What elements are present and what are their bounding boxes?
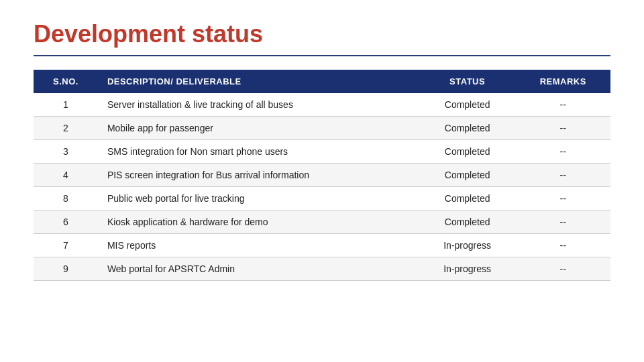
cell-sno: 8	[34, 187, 98, 210]
development-status-table: S.NO. DESCRIPTION/ DELIVERABLE STATUS RE…	[34, 70, 610, 281]
table-row: 7MIS reportsIn-progress--	[34, 234, 610, 257]
table-row: 1Server installation & live tracking of …	[34, 93, 610, 117]
col-header-sno: S.NO.	[34, 70, 98, 93]
table-row: 6Kiosk application & hardware for demoCo…	[34, 210, 610, 234]
table-row: 9Web portal for APSRTC AdminIn-progress-…	[34, 257, 610, 281]
cell-sno: 6	[34, 210, 98, 234]
cell-description: PIS screen integration for Bus arrival i…	[98, 164, 419, 187]
cell-sno: 2	[34, 117, 98, 140]
cell-status: Completed	[419, 210, 516, 234]
cell-sno: 7	[34, 234, 98, 257]
table-row: 8Public web portal for live trackingComp…	[34, 187, 610, 210]
table-header-row: S.NO. DESCRIPTION/ DELIVERABLE STATUS RE…	[34, 70, 610, 93]
cell-description: MIS reports	[98, 234, 419, 257]
table-row: 2Mobile app for passengerCompleted--	[34, 117, 610, 140]
cell-remarks: --	[516, 210, 611, 234]
cell-status: Completed	[419, 93, 516, 117]
title-divider	[34, 55, 610, 56]
page-title: Development status	[34, 20, 610, 48]
cell-status: Completed	[419, 117, 516, 140]
cell-sno: 4	[34, 164, 98, 187]
cell-remarks: --	[516, 164, 611, 187]
cell-description: SMS integration for Non smart phone user…	[98, 140, 419, 164]
cell-description: Kiosk application & hardware for demo	[98, 210, 419, 234]
cell-sno: 1	[34, 93, 98, 117]
cell-status: Completed	[419, 140, 516, 164]
table-row: 4PIS screen integration for Bus arrival …	[34, 164, 610, 187]
cell-status: In-progress	[419, 257, 516, 281]
cell-remarks: --	[516, 234, 611, 257]
cell-status: Completed	[419, 187, 516, 210]
cell-sno: 3	[34, 140, 98, 164]
cell-description: Web portal for APSRTC Admin	[98, 257, 419, 281]
cell-remarks: --	[516, 140, 611, 164]
cell-remarks: --	[516, 257, 611, 281]
page: Development status S.NO. DESCRIPTION/ DE…	[0, 0, 644, 362]
cell-description: Server installation & live tracking of a…	[98, 93, 419, 117]
cell-remarks: --	[516, 187, 611, 210]
cell-remarks: --	[516, 93, 611, 117]
col-header-remarks: REMARKS	[516, 70, 611, 93]
col-header-status: STATUS	[419, 70, 516, 93]
cell-description: Public web portal for live tracking	[98, 187, 419, 210]
cell-remarks: --	[516, 117, 611, 140]
col-header-description: DESCRIPTION/ DELIVERABLE	[98, 70, 419, 93]
cell-status: In-progress	[419, 234, 516, 257]
cell-status: Completed	[419, 164, 516, 187]
cell-description: Mobile app for passenger	[98, 117, 419, 140]
cell-sno: 9	[34, 257, 98, 281]
table-row: 3SMS integration for Non smart phone use…	[34, 140, 610, 164]
